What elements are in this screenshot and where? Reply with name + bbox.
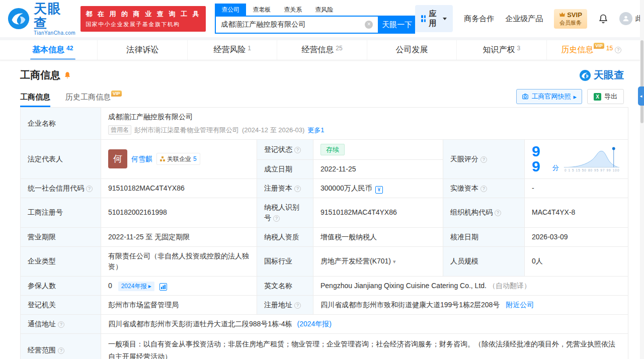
field-value: 增值税一般纳税人 — [313, 227, 443, 246]
nav-business-cooperation[interactable]: 商务合作 — [464, 14, 494, 24]
capital-detail-icon[interactable]: ¥ — [375, 186, 383, 194]
subtab-business-info[interactable]: 工商信息 — [20, 93, 50, 107]
field-label: 企业类型 — [21, 246, 101, 276]
help-icon[interactable]: ? — [294, 147, 301, 153]
export-button[interactable]: X 导出 — [587, 89, 624, 104]
nav-enterprise-products[interactable]: 企业级产品 — [505, 14, 543, 24]
search-tab-boss[interactable]: 查老板 — [246, 4, 277, 16]
header-nav: 应用 商务合作 企业级产品 SVIP 会员服务 此处有... — [415, 5, 644, 32]
watermark-brand: 天眼查 — [579, 68, 624, 82]
search-box: × 天眼一下 — [215, 16, 415, 34]
help-icon[interactable]: ? — [480, 156, 487, 163]
field-label: 企业名称 — [21, 108, 101, 140]
field-label: 登记机关 — [21, 295, 101, 314]
nearby-companies-link[interactable]: 附近公司 — [506, 301, 534, 309]
search-input[interactable] — [221, 21, 365, 29]
search-tab-risk[interactable]: 查风险 — [308, 4, 340, 16]
tab-operation-risk[interactable]: 经营风险1 — [187, 40, 277, 60]
subtab-row: 工商信息 历史工商信息VIP 工商官网快照 ▸ X 导出 — [20, 89, 624, 107]
field-value: 彭州市市场监督管理局 — [101, 295, 257, 314]
official-snapshot-button[interactable]: 工商官网快照 ▸ — [516, 89, 582, 104]
search-tab-company[interactable]: 查公司 — [215, 4, 246, 16]
field-label: 英文名称 — [257, 276, 313, 295]
legal-rep-name-link[interactable]: 何雪麒 — [131, 154, 152, 164]
excel-icon: X — [594, 93, 601, 101]
svg-text:0 1 5 15 50 80 95 97 99 100: 0 1 5 15 50 80 95 97 99 100 — [565, 168, 619, 172]
chevron-down-icon[interactable]: ▾ — [393, 258, 396, 264]
help-icon[interactable]: ? — [294, 186, 301, 192]
search-tab-relation[interactable]: 查关系 — [277, 4, 308, 16]
tab-company-development[interactable]: 公司发展 — [367, 40, 456, 60]
field-value: 何 何雪麒 关联企业 5 — [101, 139, 257, 178]
tianyancha-mini-icon — [579, 69, 591, 81]
help-icon[interactable]: ? — [86, 186, 93, 192]
field-label: 人员规模 — [443, 246, 525, 276]
logo-text-cn: 天眼查 — [34, 2, 75, 30]
help-icon[interactable]: ? — [273, 215, 280, 222]
tianyancha-logo[interactable]: 天眼查 TianYanCha.com — [7, 2, 75, 36]
clear-search-icon[interactable]: × — [365, 21, 373, 29]
auto-translate-note: （自动翻译） — [489, 282, 531, 290]
field-value: - — [525, 178, 628, 198]
row-insured: 参保人数 0 2024年报 ▸ 英文名称 Pengzhou Jianjiang … — [21, 276, 628, 295]
tab-intellectual-property[interactable]: 知识产权3 — [456, 40, 546, 60]
tab-legal-proceedings[interactable]: 法律诉讼 — [97, 40, 187, 60]
row-authority: 登记机关 彭州市市场监督管理局 注册地址? 四川省成都市彭州市致和街道健康大道1… — [21, 295, 628, 314]
search-button[interactable]: 天眼一下 — [379, 16, 415, 34]
related-companies-pill[interactable]: 关联企业 5 — [156, 153, 200, 165]
field-label: 经营范围? — [21, 333, 101, 359]
tab-history-info[interactable]: 历史信息VIP15? — [546, 40, 636, 60]
logo-text-en: TianYanCha.com — [34, 30, 75, 36]
tab-operation-info[interactable]: 经营信息25 — [277, 40, 366, 60]
help-icon[interactable]: ? — [58, 321, 64, 328]
more-link[interactable]: 更多1 — [307, 125, 324, 135]
field-value: 2022-11-25 至 无固定期限 — [101, 227, 257, 246]
field-label: 工商注册号 — [21, 198, 101, 227]
field-label: 实缴资本? — [443, 178, 525, 198]
slogan-line1: 都 在 用 的 商 业 查 询 工 具 — [86, 10, 201, 19]
section-title: 工商信息 — [20, 68, 60, 82]
score-curve-chart: 0 1 5 15 50 80 95 97 99 100 — [563, 145, 621, 173]
help-icon[interactable]: ? — [495, 210, 501, 216]
field-value: 300000万人民币¥ — [313, 178, 443, 198]
field-value: 存续 — [313, 139, 443, 159]
field-value: MAC4T4YX-8 — [525, 198, 628, 227]
subscribe-bell-icon[interactable] — [63, 71, 71, 79]
insured-chart-icon[interactable] — [159, 283, 167, 291]
tab-basic-info[interactable]: 基本信息42 — [8, 40, 97, 60]
crown-icon — [559, 12, 566, 17]
row-business-scope: 经营范围? 一般项目：以自有资金从事投资活动；非居住房地产租赁；物业管理；企业管… — [21, 333, 628, 359]
apps-menu-button[interactable]: 应用 — [415, 5, 453, 32]
scrollbar-thumb[interactable] — [640, 40, 643, 123]
apps-grid-icon — [421, 15, 426, 22]
help-icon[interactable]: ? — [615, 47, 621, 53]
section-header: 工商信息 天眼查 — [20, 68, 624, 82]
help-icon[interactable]: ? — [58, 347, 64, 354]
field-value: 房地产开发经营(K701)▾ — [313, 246, 443, 276]
vip-badge: VIP — [111, 91, 122, 97]
svip-member-button[interactable]: SVIP 会员服务 — [554, 9, 587, 29]
tianyancha-logo-icon — [7, 7, 30, 30]
watermark-text: 天眼查 — [594, 68, 624, 82]
side-panel-handle[interactable]: ◂ — [638, 86, 644, 106]
row-legal-rep: 法定代表人 何 何雪麒 关联企业 5 登记状态? 存续 天眼评分? — [21, 139, 628, 159]
field-value: 四川省成都市彭州市致和街道健康大道199号1栋2层208号 附近公司 — [313, 295, 628, 314]
notification-bell-icon[interactable] — [598, 14, 608, 24]
user-avatar — [619, 12, 632, 25]
former-period: (2024-12 至 2026-03) — [242, 125, 304, 135]
vip-badge: VIP — [594, 43, 604, 49]
annual-report-tag[interactable]: 2024年报 ▸ — [118, 282, 154, 291]
field-label: 纳税人识别号? — [257, 198, 313, 227]
arrow-left-icon: ◂ — [640, 94, 642, 99]
help-icon[interactable]: ? — [480, 186, 487, 192]
field-value: 0 2024年报 ▸ — [101, 276, 257, 295]
annual-report-link[interactable]: (2024年报) — [297, 320, 331, 328]
field-value: 一般项目：以自有资金从事投资活动；非居住房地产租赁；物业管理；企业管理咨询；社会… — [101, 333, 628, 359]
subtab-history-business-info[interactable]: 历史工商信息VIP — [65, 93, 122, 107]
field-label: 纳税人资质 — [257, 227, 313, 246]
company-name: 成都湔江产融控股有限公司 — [108, 112, 621, 122]
help-icon[interactable]: ? — [294, 302, 301, 309]
main-content: 工商信息 天眼查 工商信息 历史工商信息VIP 工商官网快照 ▸ — [0, 68, 644, 359]
legal-rep-avatar[interactable]: 何 — [108, 149, 127, 168]
search-tabs: 查公司 查老板 查关系 查风险 — [215, 4, 415, 16]
